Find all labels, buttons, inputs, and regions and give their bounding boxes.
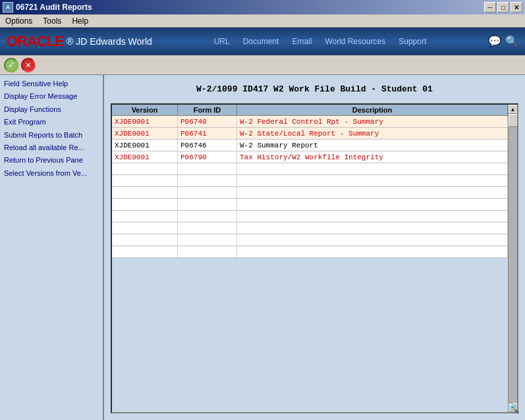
cell-description	[237, 199, 508, 210]
sidebar-item-display-error-message[interactable]: Display Error Message	[1, 90, 101, 103]
cell-description	[237, 175, 508, 186]
window-title: 06721 Audit Reports	[16, 3, 92, 12]
check-icon: ✓	[9, 59, 14, 70]
menu-help[interactable]: Help	[69, 16, 91, 26]
cell-form-id	[178, 199, 237, 210]
cell-description	[237, 187, 508, 198]
table-row[interactable]: XJDE0001 P06746 W-2 Summary Report	[112, 140, 508, 151]
menu-options[interactable]: Options	[3, 16, 35, 26]
sidebar-item-display-functions[interactable]: Display Functions	[1, 103, 101, 116]
cell-description	[237, 211, 508, 222]
cell-version	[112, 199, 178, 210]
minimize-button[interactable]: ─	[484, 2, 496, 13]
col-header-form-id: Form ID	[178, 105, 237, 115]
grid-header: Version Form ID Description	[112, 105, 508, 116]
cell-version: XJDE0001	[112, 116, 178, 127]
oracle-nav: URL Document Email World Resources Suppo…	[214, 37, 427, 46]
sidebar: Field Sensitive Help Display Error Messa…	[0, 75, 104, 420]
cell-description	[237, 163, 508, 174]
table-row[interactable]	[112, 223, 508, 234]
cell-form-id: P06746	[178, 140, 237, 151]
cell-version	[112, 246, 178, 257]
cell-form-id	[178, 175, 237, 186]
cell-form-id: P06740	[178, 116, 237, 127]
cell-description: W-2 Federal Control Rpt - Summary	[237, 116, 508, 127]
data-grid: Version Form ID Description XJDE0001 P06…	[111, 103, 518, 413]
bottom-search-icon[interactable]: 🔍	[507, 402, 520, 415]
menu-tools[interactable]: Tools	[40, 16, 64, 26]
cell-version	[112, 223, 178, 234]
nav-world-resources[interactable]: World Resources	[325, 37, 385, 46]
sidebar-item-reload[interactable]: Reload all available Re...	[1, 142, 101, 154]
nav-url[interactable]: URL	[214, 37, 230, 46]
oracle-header: ORACLE ® JD Edwards World URL Document E…	[0, 28, 525, 55]
cell-version	[112, 187, 178, 198]
jde-logo-dot: ®	[67, 36, 73, 47]
scrollbar-up-button[interactable]: ▲	[509, 105, 518, 114]
sidebar-item-exit-program[interactable]: Exit Program	[1, 116, 101, 128]
titlebar-left: A 06721 Audit Reports	[3, 2, 92, 13]
nav-document[interactable]: Document	[243, 37, 279, 46]
search-header-icon[interactable]: 🔍	[505, 35, 518, 48]
cell-version: XJDE0001	[112, 140, 178, 151]
sidebar-item-submit-reports[interactable]: Submit Reports to Batch	[1, 129, 101, 142]
menu-bar: Options Tools Help	[0, 14, 525, 28]
confirm-button[interactable]: ✓	[4, 58, 18, 72]
table-row[interactable]: XJDE0001 P06741 W-2 State/Local Report -…	[112, 128, 508, 140]
cell-form-id: P06790	[178, 151, 237, 163]
cell-form-id	[178, 187, 237, 198]
cell-version	[112, 211, 178, 222]
content-area: W-2/1099 ID417 W2 Work File Build - Stud…	[104, 75, 525, 420]
cell-version: XJDE0001	[112, 128, 178, 139]
x-icon: ✕	[26, 59, 31, 70]
cell-form-id: P06741	[178, 128, 237, 139]
form-title: W-2/1099 ID417 W2 Work File Build - Stud…	[111, 82, 518, 97]
chat-icon[interactable]: 💬	[488, 35, 501, 48]
maximize-button[interactable]: □	[497, 2, 509, 13]
nav-email[interactable]: Email	[292, 37, 312, 46]
cell-description	[237, 223, 508, 234]
table-row[interactable]	[112, 211, 508, 223]
sidebar-item-field-sensitive-help[interactable]: Field Sensitive Help	[1, 78, 101, 90]
cell-description: Tax History/W2 Workfile Integrity	[237, 151, 508, 163]
col-header-version: Version	[112, 105, 178, 115]
oracle-logo: ORACLE ® JD Edwards World	[7, 33, 152, 50]
cell-description	[237, 246, 508, 257]
table-row[interactable]	[112, 199, 508, 211]
cell-version: XJDE0001	[112, 151, 178, 163]
sidebar-item-select-versions[interactable]: Select Versions from Ve...	[1, 167, 101, 180]
cell-form-id	[178, 211, 237, 222]
grid-scrollbar[interactable]: ▲ ▼	[508, 105, 517, 412]
scrollbar-thumb[interactable]	[509, 114, 518, 127]
cell-form-id	[178, 246, 237, 257]
main-container: Field Sensitive Help Display Error Messa…	[0, 75, 525, 420]
oracle-text-red: ORACLE	[7, 33, 64, 50]
table-row[interactable]	[112, 234, 508, 246]
sidebar-item-return[interactable]: Return to Previous Pane	[1, 154, 101, 167]
cell-version	[112, 234, 178, 246]
table-row[interactable]: XJDE0001 P06740 W-2 Federal Control Rpt …	[112, 116, 508, 128]
table-row[interactable]	[112, 175, 508, 187]
table-row[interactable]	[112, 163, 508, 175]
table-row[interactable]	[112, 187, 508, 199]
window-titlebar: A 06721 Audit Reports ─ □ ✕	[0, 0, 525, 14]
cell-version	[112, 163, 178, 174]
nav-support[interactable]: Support	[399, 37, 426, 46]
table-row[interactable]: XJDE0001 P06790 Tax History/W2 Workfile …	[112, 151, 508, 163]
cancel-button[interactable]: ✕	[21, 58, 36, 72]
cell-form-id	[178, 223, 237, 234]
oracle-text-white: JD Edwards World	[76, 36, 152, 47]
cell-description: W-2 Summary Report	[237, 140, 508, 151]
cell-description: W-2 State/Local Report - Summary	[237, 128, 508, 139]
cell-description	[237, 234, 508, 246]
table-row[interactable]	[112, 246, 508, 258]
oracle-nav-icons: 💬 🔍	[488, 35, 518, 48]
titlebar-buttons: ─ □ ✕	[484, 2, 522, 13]
scrollbar-track[interactable]	[509, 114, 518, 403]
cell-form-id	[178, 234, 237, 246]
col-header-description: Description	[237, 105, 508, 115]
grid-main: Version Form ID Description XJDE0001 P06…	[112, 105, 508, 412]
close-button[interactable]: ✕	[511, 2, 522, 13]
cell-version	[112, 175, 178, 186]
grid-body: XJDE0001 P06740 W-2 Federal Control Rpt …	[112, 116, 508, 412]
